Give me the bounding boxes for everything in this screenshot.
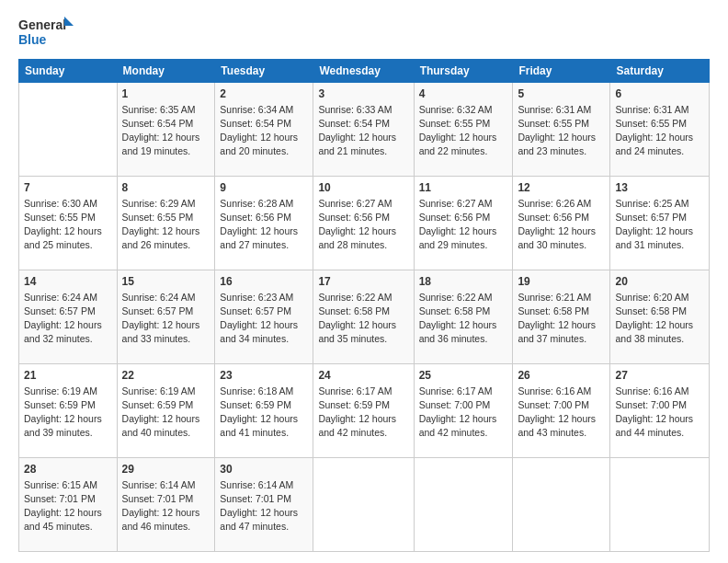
calendar-cell: 3Sunrise: 6:33 AM Sunset: 6:54 PM Daylig… <box>313 83 414 177</box>
weekday-header-friday: Friday <box>513 60 610 83</box>
week-row-4: 21Sunrise: 6:19 AM Sunset: 6:59 PM Dayli… <box>19 364 710 458</box>
day-info: Sunrise: 6:31 AM Sunset: 6:55 PM Dayligh… <box>615 103 704 159</box>
day-number: 22 <box>122 368 210 384</box>
day-info: Sunrise: 6:34 AM Sunset: 6:54 PM Dayligh… <box>220 103 308 159</box>
calendar-cell: 2Sunrise: 6:34 AM Sunset: 6:54 PM Daylig… <box>215 83 313 177</box>
day-number: 26 <box>518 368 605 384</box>
day-number: 21 <box>24 368 112 384</box>
logo-svg: General Blue <box>18 17 74 50</box>
calendar-cell: 6Sunrise: 6:31 AM Sunset: 6:55 PM Daylig… <box>610 83 710 177</box>
day-number: 2 <box>220 86 308 102</box>
day-info: Sunrise: 6:22 AM Sunset: 6:58 PM Dayligh… <box>419 291 508 347</box>
day-number: 24 <box>318 368 408 384</box>
day-info: Sunrise: 6:20 AM Sunset: 6:58 PM Dayligh… <box>615 291 704 347</box>
weekday-header-wednesday: Wednesday <box>313 60 414 83</box>
weekday-header-monday: Monday <box>117 60 215 83</box>
calendar-table: SundayMondayTuesdayWednesdayThursdayFrid… <box>18 59 710 552</box>
svg-text:General: General <box>18 17 66 32</box>
day-number: 1 <box>122 86 210 102</box>
day-info: Sunrise: 6:19 AM Sunset: 6:59 PM Dayligh… <box>122 385 210 441</box>
day-info: Sunrise: 6:29 AM Sunset: 6:55 PM Dayligh… <box>122 197 210 253</box>
calendar-cell: 13Sunrise: 6:25 AM Sunset: 6:57 PM Dayli… <box>610 177 710 270</box>
day-number: 17 <box>318 274 408 290</box>
day-number: 30 <box>220 462 308 477</box>
calendar-cell: 19Sunrise: 6:21 AM Sunset: 6:58 PM Dayli… <box>513 270 610 364</box>
day-info: Sunrise: 6:35 AM Sunset: 6:54 PM Dayligh… <box>122 103 210 159</box>
calendar-cell: 10Sunrise: 6:27 AM Sunset: 6:56 PM Dayli… <box>313 177 414 270</box>
day-number: 9 <box>220 180 308 196</box>
calendar-cell: 26Sunrise: 6:16 AM Sunset: 7:00 PM Dayli… <box>513 364 610 458</box>
weekday-header-thursday: Thursday <box>414 60 513 83</box>
weekday-header-sunday: Sunday <box>19 60 118 83</box>
day-number: 25 <box>419 368 508 384</box>
day-number: 23 <box>220 368 308 384</box>
calendar-cell <box>414 458 513 552</box>
day-info: Sunrise: 6:23 AM Sunset: 6:57 PM Dayligh… <box>220 291 308 347</box>
day-number: 19 <box>518 274 605 290</box>
calendar-cell: 5Sunrise: 6:31 AM Sunset: 6:55 PM Daylig… <box>513 83 610 177</box>
day-info: Sunrise: 6:33 AM Sunset: 6:54 PM Dayligh… <box>318 103 408 159</box>
day-number: 11 <box>419 180 508 196</box>
calendar-cell: 29Sunrise: 6:14 AM Sunset: 7:01 PM Dayli… <box>117 458 215 552</box>
day-info: Sunrise: 6:17 AM Sunset: 7:00 PM Dayligh… <box>419 385 508 441</box>
calendar-cell: 15Sunrise: 6:24 AM Sunset: 6:57 PM Dayli… <box>117 270 215 364</box>
calendar-cell: 28Sunrise: 6:15 AM Sunset: 7:01 PM Dayli… <box>19 458 118 552</box>
day-info: Sunrise: 6:16 AM Sunset: 7:00 PM Dayligh… <box>518 385 605 441</box>
svg-marker-2 <box>64 17 74 26</box>
day-info: Sunrise: 6:30 AM Sunset: 6:55 PM Dayligh… <box>24 197 112 253</box>
logo: General Blue <box>18 17 74 50</box>
day-number: 7 <box>24 180 112 196</box>
week-row-2: 7Sunrise: 6:30 AM Sunset: 6:55 PM Daylig… <box>19 177 710 270</box>
week-row-5: 28Sunrise: 6:15 AM Sunset: 7:01 PM Dayli… <box>19 458 710 552</box>
day-number: 12 <box>518 180 605 196</box>
day-info: Sunrise: 6:24 AM Sunset: 6:57 PM Dayligh… <box>24 291 112 347</box>
day-info: Sunrise: 6:21 AM Sunset: 6:58 PM Dayligh… <box>518 291 605 347</box>
day-info: Sunrise: 6:25 AM Sunset: 6:57 PM Dayligh… <box>615 197 704 253</box>
day-number: 10 <box>318 180 408 196</box>
day-number: 18 <box>419 274 508 290</box>
calendar-cell: 18Sunrise: 6:22 AM Sunset: 6:58 PM Dayli… <box>414 270 513 364</box>
calendar-cell: 23Sunrise: 6:18 AM Sunset: 6:59 PM Dayli… <box>215 364 313 458</box>
calendar-cell: 20Sunrise: 6:20 AM Sunset: 6:58 PM Dayli… <box>610 270 710 364</box>
weekday-header-tuesday: Tuesday <box>215 60 313 83</box>
calendar-cell: 11Sunrise: 6:27 AM Sunset: 6:56 PM Dayli… <box>414 177 513 270</box>
week-row-1: 1Sunrise: 6:35 AM Sunset: 6:54 PM Daylig… <box>19 83 710 177</box>
day-info: Sunrise: 6:28 AM Sunset: 6:56 PM Dayligh… <box>220 197 308 253</box>
page: General Blue SundayMondayTuesdayWednesda… <box>0 0 728 563</box>
day-info: Sunrise: 6:18 AM Sunset: 6:59 PM Dayligh… <box>220 385 308 441</box>
day-number: 14 <box>24 274 112 290</box>
day-info: Sunrise: 6:15 AM Sunset: 7:01 PM Dayligh… <box>24 478 112 534</box>
day-number: 8 <box>122 180 210 196</box>
day-info: Sunrise: 6:22 AM Sunset: 6:58 PM Dayligh… <box>318 291 408 347</box>
day-number: 16 <box>220 274 308 290</box>
calendar-cell: 7Sunrise: 6:30 AM Sunset: 6:55 PM Daylig… <box>19 177 118 270</box>
day-info: Sunrise: 6:26 AM Sunset: 6:56 PM Dayligh… <box>518 197 605 253</box>
week-row-3: 14Sunrise: 6:24 AM Sunset: 6:57 PM Dayli… <box>19 270 710 364</box>
day-info: Sunrise: 6:19 AM Sunset: 6:59 PM Dayligh… <box>24 385 112 441</box>
calendar-cell: 9Sunrise: 6:28 AM Sunset: 6:56 PM Daylig… <box>215 177 313 270</box>
day-number: 5 <box>518 86 605 102</box>
calendar-cell: 22Sunrise: 6:19 AM Sunset: 6:59 PM Dayli… <box>117 364 215 458</box>
day-number: 27 <box>615 368 704 384</box>
calendar-cell <box>513 458 610 552</box>
day-info: Sunrise: 6:14 AM Sunset: 7:01 PM Dayligh… <box>220 478 308 534</box>
calendar-cell <box>19 83 118 177</box>
calendar-cell: 30Sunrise: 6:14 AM Sunset: 7:01 PM Dayli… <box>215 458 313 552</box>
day-info: Sunrise: 6:32 AM Sunset: 6:55 PM Dayligh… <box>419 103 508 159</box>
day-number: 13 <box>615 180 704 196</box>
calendar-cell <box>610 458 710 552</box>
day-info: Sunrise: 6:31 AM Sunset: 6:55 PM Dayligh… <box>518 103 605 159</box>
day-number: 15 <box>122 274 210 290</box>
day-number: 20 <box>615 274 704 290</box>
day-number: 28 <box>24 462 112 477</box>
calendar-cell: 17Sunrise: 6:22 AM Sunset: 6:58 PM Dayli… <box>313 270 414 364</box>
calendar-cell: 1Sunrise: 6:35 AM Sunset: 6:54 PM Daylig… <box>117 83 215 177</box>
calendar-cell: 14Sunrise: 6:24 AM Sunset: 6:57 PM Dayli… <box>19 270 118 364</box>
calendar-cell: 21Sunrise: 6:19 AM Sunset: 6:59 PM Dayli… <box>19 364 118 458</box>
day-number: 6 <box>615 86 704 102</box>
day-info: Sunrise: 6:14 AM Sunset: 7:01 PM Dayligh… <box>122 478 210 534</box>
svg-text:Blue: Blue <box>18 32 47 47</box>
calendar-cell: 8Sunrise: 6:29 AM Sunset: 6:55 PM Daylig… <box>117 177 215 270</box>
day-info: Sunrise: 6:27 AM Sunset: 6:56 PM Dayligh… <box>419 197 508 253</box>
calendar-cell: 25Sunrise: 6:17 AM Sunset: 7:00 PM Dayli… <box>414 364 513 458</box>
